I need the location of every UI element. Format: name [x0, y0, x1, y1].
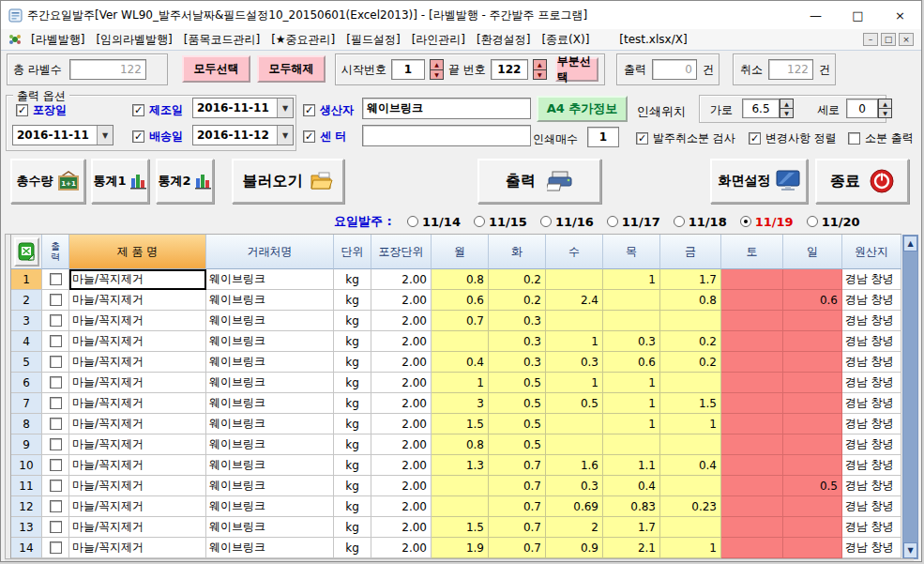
product-name-cell[interactable]: 마늘/꼭지제거 — [69, 311, 206, 331]
vertical-spinner[interactable]: ▲▼ — [878, 99, 892, 118]
day-value-cell[interactable] — [783, 455, 842, 476]
unit-cell[interactable]: kg — [334, 393, 371, 414]
horizontal-spinner[interactable]: ▲▼ — [780, 99, 794, 118]
spinner-up-icon[interactable]: ▲ — [879, 99, 891, 109]
vertical-scrollbar[interactable]: ▲▼ — [902, 235, 918, 559]
pack-unit-cell[interactable]: 2.00 — [371, 373, 432, 393]
day-value-cell[interactable]: 1.1 — [603, 455, 660, 476]
row-print-checkbox-cell[interactable] — [42, 352, 69, 373]
excel-export-button[interactable] — [14, 237, 39, 267]
day-value-cell[interactable]: 0.2 — [489, 269, 546, 290]
day-value-cell[interactable]: 0.23 — [660, 496, 721, 517]
day-value-cell[interactable]: 0.2 — [489, 290, 546, 311]
center-field[interactable] — [362, 125, 531, 146]
weekday-radio-11-20[interactable]: 11/20 — [807, 215, 860, 229]
day-value-cell[interactable]: 0.9 — [546, 538, 603, 558]
pack-unit-cell[interactable]: 2.00 — [371, 290, 432, 311]
day-value-cell[interactable] — [660, 517, 721, 538]
ship-date-checkbox[interactable]: 배송일 — [132, 129, 183, 145]
spinner-up-icon[interactable]: ▲ — [431, 60, 443, 70]
row-print-checkbox-cell[interactable] — [42, 517, 69, 538]
day-value-cell[interactable]: 0.6 — [603, 352, 660, 373]
day-value-cell[interactable]: 0.2 — [660, 352, 721, 373]
row-print-checkbox-cell[interactable] — [42, 269, 69, 290]
day-value-cell[interactable]: 0.5 — [489, 414, 546, 434]
product-name-cell[interactable]: 마늘/꼭지제거 — [69, 434, 206, 455]
origin-cell[interactable]: 경남 창녕 — [842, 517, 901, 538]
pack-unit-cell[interactable]: 2.00 — [371, 414, 432, 434]
day-value-cell[interactable] — [546, 434, 603, 455]
day-value-cell[interactable]: 1.9 — [432, 538, 489, 558]
day-value-cell[interactable] — [721, 434, 783, 455]
row-number[interactable]: 10 — [11, 455, 42, 476]
product-name-cell[interactable]: 마늘/꼭지제거 — [69, 290, 206, 311]
day-value-cell[interactable] — [721, 414, 783, 434]
day-value-cell[interactable] — [660, 311, 721, 331]
pack-date-combo[interactable]: 2016-11-11 ▼ — [12, 125, 114, 145]
horizontal-field[interactable] — [742, 99, 780, 118]
row-number[interactable]: 12 — [11, 496, 42, 517]
pack-unit-cell[interactable]: 2.00 — [371, 269, 432, 290]
checkbox-icon[interactable] — [50, 541, 62, 554]
origin-cell[interactable]: 경남 창녕 — [842, 538, 901, 558]
day-value-cell[interactable] — [432, 331, 489, 352]
customer-cell[interactable]: 웨이브링크 — [206, 311, 334, 331]
customer-cell[interactable]: 웨이브링크 — [206, 517, 334, 538]
row-print-checkbox-cell[interactable] — [42, 455, 69, 476]
product-name-cell[interactable]: 마늘/꼭지제거 — [69, 269, 206, 290]
pack-unit-cell[interactable]: 2.00 — [371, 331, 432, 352]
day-value-cell[interactable] — [783, 414, 842, 434]
product-name-cell[interactable]: 마늘/꼭지제거 — [69, 414, 206, 434]
spinner-down-icon[interactable]: ▼ — [879, 109, 891, 117]
day-value-cell[interactable]: 0.4 — [603, 476, 660, 496]
mfg-date-combo[interactable]: 2016-11-11 ▼ — [192, 98, 294, 118]
row-number[interactable]: 13 — [11, 517, 42, 538]
customer-cell[interactable]: 웨이브링크 — [206, 269, 334, 290]
row-number[interactable]: 1 — [11, 269, 42, 290]
checkbox-icon[interactable] — [50, 356, 62, 368]
weekday-radio-11-14[interactable]: 11/14 — [407, 215, 461, 229]
day-value-cell[interactable]: 0.5 — [489, 393, 546, 414]
day-value-cell[interactable] — [546, 311, 603, 331]
weekday-radio-11-17[interactable]: 11/17 — [607, 215, 660, 229]
spinner-up-icon[interactable]: ▲ — [534, 60, 546, 70]
column-header-day-3[interactable]: 목 — [603, 235, 660, 269]
row-print-checkbox-cell[interactable] — [42, 538, 69, 558]
column-header-print[interactable]: 출력 — [42, 235, 69, 269]
product-name-cell[interactable]: 마늘/꼭지제거 — [69, 352, 206, 373]
pack-unit-cell[interactable]: 2.00 — [371, 517, 432, 538]
origin-cell[interactable]: 경남 창녕 — [842, 352, 901, 373]
checkbox-icon[interactable] — [50, 459, 62, 471]
column-header-day-0[interactable]: 월 — [432, 235, 489, 269]
total-qty-button[interactable]: 총수량 1+1 — [10, 159, 85, 204]
day-value-cell[interactable] — [721, 331, 783, 352]
day-value-cell[interactable] — [783, 538, 842, 558]
day-value-cell[interactable]: 0.3 — [546, 476, 603, 496]
origin-cell[interactable]: 경남 창녕 — [842, 290, 901, 311]
day-value-cell[interactable] — [546, 269, 603, 290]
unit-cell[interactable]: kg — [334, 414, 371, 434]
day-value-cell[interactable] — [432, 476, 489, 496]
unit-cell[interactable]: kg — [334, 331, 371, 352]
checkbox-icon[interactable] — [50, 418, 62, 430]
customer-cell[interactable]: 웨이브링크 — [206, 434, 334, 455]
day-value-cell[interactable] — [783, 434, 842, 455]
origin-cell[interactable]: 경남 창녕 — [842, 434, 901, 455]
row-print-checkbox-cell[interactable] — [42, 496, 69, 517]
unit-cell[interactable]: kg — [334, 476, 371, 496]
chevron-down-icon[interactable]: ▼ — [97, 126, 113, 145]
day-value-cell[interactable] — [603, 311, 660, 331]
day-value-cell[interactable]: 1.7 — [603, 517, 660, 538]
product-name-cell[interactable]: 마늘/꼭지제거 — [69, 476, 206, 496]
pack-unit-cell[interactable]: 2.00 — [371, 311, 432, 331]
unit-cell[interactable]: kg — [334, 352, 371, 373]
row-number[interactable]: 2 — [11, 290, 42, 311]
origin-cell[interactable]: 경남 창녕 — [842, 269, 901, 290]
a4-extra-info-button[interactable]: A4 추가정보 — [537, 96, 628, 122]
day-value-cell[interactable] — [603, 434, 660, 455]
row-number[interactable]: 9 — [11, 434, 42, 455]
scroll-down-icon[interactable]: ▼ — [903, 542, 917, 558]
menu-item[interactable]: [필드설정] — [341, 30, 405, 50]
customer-cell[interactable]: 웨이브링크 — [206, 373, 334, 393]
row-print-checkbox-cell[interactable] — [42, 393, 69, 414]
